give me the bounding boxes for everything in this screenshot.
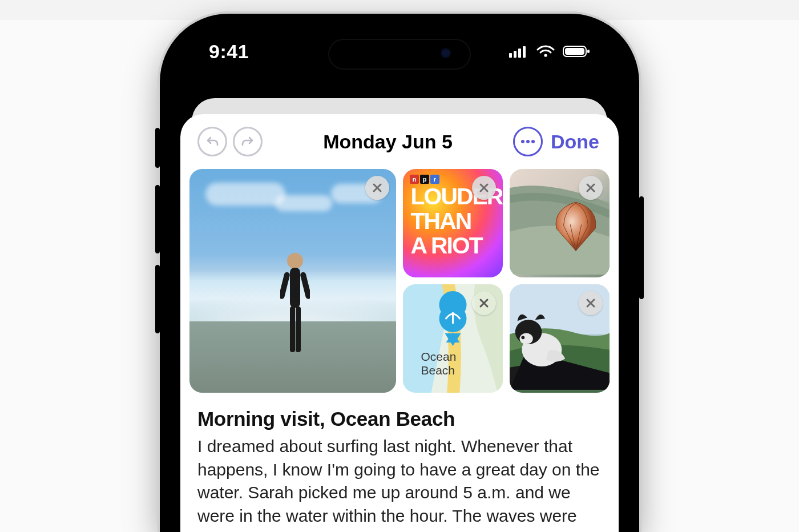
entry-text-area[interactable]: Morning visit, Ocean Beach I dreamed abo…	[180, 393, 619, 532]
attachments-grid: LOUDER THAN A RIOT n p r	[180, 163, 619, 393]
remove-attachment-button[interactable]	[579, 176, 603, 200]
podcast-title-line3: A RIOT	[411, 232, 483, 259]
remove-attachment-button[interactable]	[472, 291, 496, 315]
svg-rect-15	[290, 307, 295, 352]
svg-rect-7	[587, 50, 590, 53]
npr-letter: n	[410, 175, 419, 184]
remove-attachment-button[interactable]	[365, 176, 389, 200]
svg-rect-2	[518, 49, 521, 58]
svg-rect-14	[300, 271, 310, 299]
map-place-label: Ocean Beach	[421, 350, 457, 377]
npr-badge: n p r	[410, 175, 439, 184]
attachment-shell-photo[interactable]	[510, 169, 610, 277]
entry-date-title: Monday Jun 5	[268, 131, 507, 153]
done-button[interactable]: Done	[548, 131, 602, 153]
wifi-icon	[536, 45, 555, 58]
close-icon	[372, 182, 383, 194]
surfer-figure	[280, 249, 310, 375]
undo-icon	[205, 135, 219, 148]
svg-rect-1	[514, 51, 516, 58]
battery-icon	[563, 45, 590, 58]
entry-body: I dreamed about surfing last night. When…	[197, 435, 602, 532]
podcast-title-line2: THAN	[411, 208, 471, 234]
phone-screen: 9:41	[175, 29, 624, 532]
svg-rect-12	[290, 268, 300, 308]
attachment-map[interactable]: Ocean Beach	[403, 284, 503, 393]
attachment-dog-photo[interactable]	[510, 284, 610, 393]
cloud-shape	[275, 195, 332, 211]
svg-point-23	[521, 336, 524, 339]
phone-side-button	[155, 128, 160, 168]
ellipsis-icon	[520, 139, 535, 144]
redo-icon	[241, 135, 255, 148]
remove-attachment-button[interactable]	[472, 176, 496, 200]
close-icon	[585, 297, 596, 309]
seashell-icon	[548, 195, 604, 256]
svg-rect-6	[565, 48, 584, 55]
cellular-icon	[509, 45, 528, 58]
svg-rect-16	[296, 307, 301, 352]
close-icon	[478, 297, 490, 309]
svg-rect-13	[280, 271, 290, 299]
more-options-button[interactable]	[513, 127, 543, 156]
svg-rect-0	[509, 53, 512, 58]
npr-letter: p	[420, 175, 429, 184]
svg-point-22	[519, 333, 532, 344]
npr-letter: r	[430, 175, 439, 184]
status-time: 9:41	[209, 41, 249, 63]
remove-attachment-button[interactable]	[579, 291, 603, 315]
attachment-beach-photo[interactable]	[189, 169, 396, 393]
svg-point-4	[544, 54, 547, 57]
svg-rect-3	[523, 46, 526, 58]
svg-point-9	[526, 140, 530, 143]
entry-title: Morning visit, Ocean Beach	[197, 408, 602, 430]
attachment-podcast[interactable]: LOUDER THAN A RIOT n p r	[403, 169, 503, 277]
iphone-frame: 9:41	[160, 14, 639, 532]
svg-point-11	[287, 253, 303, 269]
phone-power-button	[639, 196, 644, 299]
svg-point-10	[531, 140, 535, 143]
redo-button[interactable]	[233, 127, 263, 156]
phone-volume-down-button	[155, 265, 160, 333]
close-icon	[478, 182, 490, 194]
journal-entry-sheet: Monday Jun 5 Done	[180, 114, 619, 532]
front-camera-dot	[441, 48, 451, 58]
close-icon	[585, 182, 596, 194]
svg-point-8	[521, 140, 524, 143]
phone-volume-up-button	[155, 185, 160, 253]
undo-button[interactable]	[197, 127, 227, 156]
status-indicators	[509, 45, 590, 58]
sheet-header: Monday Jun 5 Done	[180, 114, 619, 163]
cloud-shape	[205, 183, 285, 205]
